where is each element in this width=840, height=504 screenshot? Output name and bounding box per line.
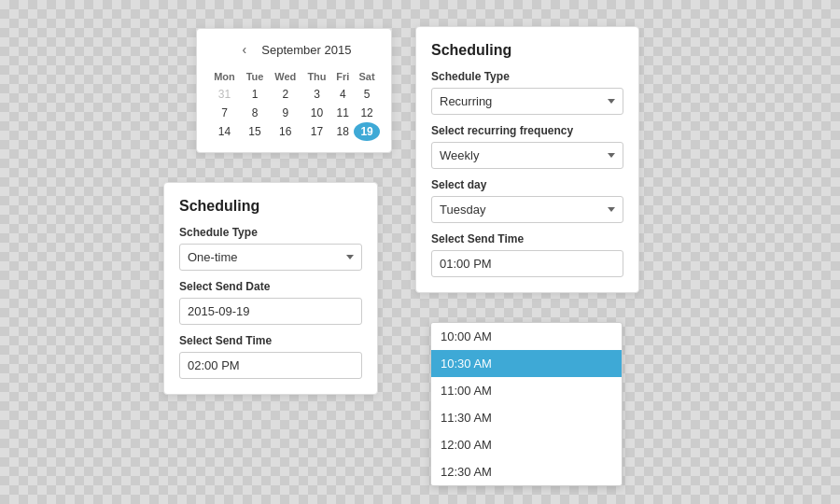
- cal-dow-tue: Tue: [241, 68, 269, 85]
- calendar-week-row: 141516171819: [208, 122, 380, 141]
- calendar-day[interactable]: 2: [269, 85, 302, 104]
- calendar-day[interactable]: 17: [302, 122, 332, 141]
- calendar-day[interactable]: 10: [302, 104, 332, 122]
- calendar-day[interactable]: 11: [331, 104, 354, 122]
- calendar-month-year: September 2015: [261, 43, 351, 57]
- calendar-day[interactable]: 12: [354, 104, 380, 122]
- calendar-day[interactable]: 5: [354, 85, 380, 104]
- right-type-label: Schedule Type: [431, 70, 623, 83]
- time-option[interactable]: 10:30 AM: [431, 350, 622, 377]
- schedule-left-panel: Scheduling Schedule Type One-time Select…: [163, 182, 378, 395]
- calendar-day[interactable]: 1: [241, 85, 269, 104]
- time-option[interactable]: 12:30 AM: [431, 458, 622, 485]
- cal-dow-mon: Mon: [208, 68, 241, 85]
- schedule-left-title: Scheduling: [179, 198, 362, 215]
- left-time-label: Select Send Time: [179, 334, 362, 347]
- calendar-day[interactable]: 8: [241, 104, 269, 122]
- time-option[interactable]: 11:30 AM: [431, 404, 622, 431]
- calendar-day[interactable]: 19: [354, 122, 380, 141]
- calendar-day[interactable]: 14: [208, 122, 241, 141]
- time-option[interactable]: 12:00 AM: [431, 431, 622, 458]
- calendar-day[interactable]: 9: [269, 104, 302, 122]
- left-date-input[interactable]: [179, 298, 362, 325]
- calendar-weekday-row: Mon Tue Wed Thu Fri Sat: [208, 68, 380, 85]
- calendar-day[interactable]: 31: [208, 85, 241, 104]
- time-option[interactable]: 11:00 AM: [431, 377, 622, 404]
- calendar-header: ‹ September 2015: [208, 40, 380, 59]
- right-day-select[interactable]: Tuesday: [431, 196, 623, 223]
- left-time-input[interactable]: [179, 352, 362, 379]
- right-time-label: Select Send Time: [431, 232, 623, 245]
- calendar-week-row: 3112345: [208, 85, 380, 104]
- schedule-right-panel: Scheduling Schedule Type Recurring Selec…: [415, 26, 639, 293]
- time-dropdown: 10:00 AM10:30 AM11:00 AM11:30 AM12:00 AM…: [430, 322, 623, 486]
- cal-dow-fri: Fri: [331, 68, 354, 85]
- cal-dow-wed: Wed: [269, 68, 302, 85]
- right-day-label: Select day: [431, 178, 623, 191]
- calendar-day[interactable]: 4: [331, 85, 354, 104]
- cal-dow-thu: Thu: [302, 68, 332, 85]
- calendar-day[interactable]: 16: [269, 122, 302, 141]
- right-freq-label: Select recurring frequency: [431, 124, 623, 137]
- left-type-select[interactable]: One-time: [179, 244, 362, 271]
- left-type-label: Schedule Type: [179, 226, 362, 239]
- calendar-day[interactable]: 18: [331, 122, 354, 141]
- left-date-label: Select Send Date: [179, 280, 362, 293]
- right-freq-select[interactable]: Weekly: [431, 142, 623, 169]
- right-type-select[interactable]: Recurring: [431, 88, 623, 115]
- time-option[interactable]: 10:00 AM: [431, 323, 622, 350]
- calendar-day[interactable]: 15: [241, 122, 269, 141]
- right-time-input[interactable]: [431, 250, 623, 277]
- calendar-panel: ‹ September 2015 Mon Tue Wed Thu Fri Sat…: [196, 28, 392, 153]
- calendar-prev-button[interactable]: ‹: [237, 40, 253, 59]
- cal-dow-sat: Sat: [354, 68, 380, 85]
- calendar-day[interactable]: 3: [302, 85, 332, 104]
- schedule-right-title: Scheduling: [431, 42, 623, 59]
- calendar-week-row: 789101112: [208, 104, 380, 122]
- calendar-grid: Mon Tue Wed Thu Fri Sat 3112345789101112…: [208, 68, 380, 141]
- calendar-day[interactable]: 7: [208, 104, 241, 122]
